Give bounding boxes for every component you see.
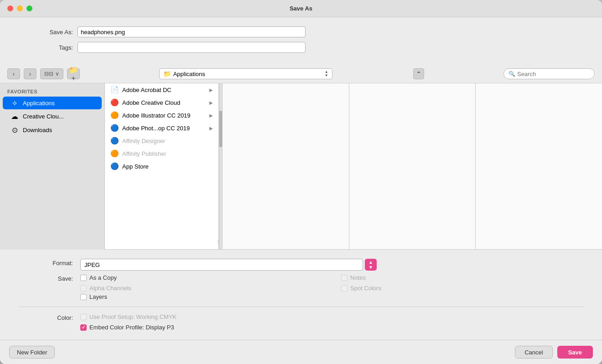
- affinity-designer-icon: 🔵: [110, 137, 119, 145]
- list-item[interactable]: 🔵 Adobe Phot...op CC 2019 ▶: [105, 122, 218, 134]
- file-name: Adobe Creative Cloud: [122, 99, 206, 106]
- spinner-down-icon: ▼: [368, 265, 373, 270]
- adobe-cc-icon: 🔴: [110, 98, 119, 107]
- search-icon: 🔍: [509, 71, 515, 77]
- downloads-icon: ⊙: [10, 126, 19, 134]
- alpha-channels-checkbox[interactable]: [80, 285, 87, 292]
- forward-button[interactable]: ›: [24, 68, 36, 79]
- spinner-up-icon: ▲: [368, 260, 373, 265]
- embed-color-profile-checkbox[interactable]: [80, 324, 87, 331]
- search-box[interactable]: 🔍: [503, 68, 595, 79]
- save-label: Save:: [18, 274, 73, 282]
- arrow-icon: ▶: [209, 126, 213, 131]
- location-spinner-icon: ▲ ▼: [325, 70, 328, 77]
- scroll-divider: ⋮⋮: [219, 83, 223, 249]
- view-icon: ⊟⊟: [44, 71, 53, 77]
- file-column-main: 📄 Adobe Acrobat DC ▶ 🔴 Adobe Creative Cl…: [105, 83, 219, 249]
- list-item[interactable]: 🔴 Adobe Creative Cloud ▶: [105, 96, 218, 109]
- format-label: Format:: [18, 259, 73, 267]
- as-a-copy-checkbox-item[interactable]: As a Copy: [80, 274, 323, 281]
- notes-checkbox-item[interactable]: Notes: [341, 274, 584, 281]
- layers-checkbox-item[interactable]: Layers: [80, 293, 584, 300]
- toolbar: ‹ › ⊟⊟ ∨ 📁+ 📁 Applications ▲ ▼ ⌃ 🔍: [0, 65, 602, 83]
- adobe-acrobat-icon: 📄: [110, 86, 119, 94]
- as-a-copy-label: As a Copy: [89, 274, 117, 281]
- as-a-copy-checkbox[interactable]: [80, 275, 87, 281]
- save-as-row: Save As:: [36, 26, 566, 37]
- alpha-channels-label: Alpha Channels: [89, 285, 131, 292]
- color-row: Color: Use Proof Setup: Working CMYK Emb…: [0, 312, 602, 333]
- checkboxes-grid: As a Copy Notes Alpha Channels: [80, 274, 584, 292]
- embed-color-profile-label: Embed Color Profile: Display P3: [89, 324, 174, 331]
- bottom-options: Format: JPEG ▲ ▼ Save: As a Copy: [0, 250, 602, 340]
- layers-label: Layers: [89, 293, 107, 300]
- file-column-empty-2: [349, 83, 476, 249]
- new-folder-button[interactable]: New Folder: [9, 346, 55, 359]
- app-store-icon: 🔵: [110, 162, 119, 170]
- applications-icon: ⟡: [10, 99, 19, 107]
- file-name: Adobe Phot...op CC 2019: [122, 125, 206, 132]
- save-button[interactable]: Save: [557, 346, 593, 359]
- list-item[interactable]: 🟠 Adobe Illustrator CC 2019 ▶: [105, 109, 218, 122]
- format-row: Format: JPEG ▲ ▼: [0, 257, 602, 272]
- tags-row: Tags:: [36, 42, 566, 53]
- scroll-thumb[interactable]: [219, 111, 222, 147]
- close-button[interactable]: [7, 5, 13, 11]
- search-input[interactable]: [517, 71, 590, 77]
- list-item[interactable]: 🔵 App Store: [105, 160, 218, 173]
- alpha-channels-checkbox-item[interactable]: Alpha Channels: [80, 285, 323, 292]
- list-item[interactable]: 🟠 Affinity Publisher: [105, 147, 218, 160]
- minimize-button[interactable]: [17, 5, 23, 11]
- use-proof-setup-checkbox[interactable]: [80, 314, 87, 320]
- affinity-publisher-icon: 🟠: [110, 149, 119, 158]
- maximize-button[interactable]: [26, 5, 32, 11]
- sidebar: Favorites ⟡ Applications ☁ Creative Clou…: [0, 83, 105, 250]
- arrow-icon: ▶: [209, 100, 213, 105]
- sidebar-item-creative-cloud[interactable]: ☁ Creative Clou...: [3, 110, 102, 123]
- separator: [18, 307, 584, 307]
- save-as-input[interactable]: [78, 26, 306, 37]
- new-folder-toolbar-button[interactable]: 📁+: [67, 68, 80, 79]
- notes-checkbox[interactable]: [341, 275, 348, 281]
- save-as-dialog: Save As Save As: Tags: ‹ › ⊟⊟ ∨ 📁+ 📁 App…: [0, 0, 602, 364]
- back-button[interactable]: ‹: [7, 68, 20, 79]
- save-options-row: Save: As a Copy Notes: [0, 272, 602, 302]
- file-name: Affinity Designer: [122, 138, 213, 144]
- tags-input[interactable]: [78, 42, 306, 53]
- list-item[interactable]: 📄 Adobe Acrobat DC ▶: [105, 83, 218, 96]
- embed-color-profile-checkbox-item[interactable]: Embed Color Profile: Display P3: [80, 324, 584, 331]
- format-select-wrapper: JPEG ▲ ▼: [80, 259, 584, 271]
- cancel-button[interactable]: Cancel: [515, 346, 552, 359]
- list-item[interactable]: 🔵 Affinity Designer: [105, 134, 218, 147]
- file-name: Adobe Illustrator CC 2019: [122, 112, 206, 119]
- location-folder-icon: 📁: [163, 70, 171, 77]
- adobe-ps-icon: 🔵: [110, 124, 119, 132]
- expand-button[interactable]: ⌃: [413, 68, 424, 79]
- chevron-up-icon: ⌃: [416, 71, 421, 77]
- adobe-ai-icon: 🟠: [110, 111, 119, 119]
- top-form: Save As: Tags:: [0, 17, 602, 65]
- location-dropdown[interactable]: 📁 Applications ▲ ▼: [159, 68, 332, 79]
- spot-colors-checkbox-item[interactable]: Spot Colors: [341, 285, 584, 292]
- footer-right: Cancel Save: [515, 346, 593, 359]
- location-name: Applications: [173, 71, 323, 77]
- format-spinner[interactable]: ▲ ▼: [365, 259, 377, 271]
- color-options: Use Proof Setup: Working CMYK Embed Colo…: [80, 313, 584, 331]
- file-name: Adobe Acrobat DC: [122, 87, 206, 93]
- tags-label: Tags:: [36, 44, 73, 51]
- sidebar-section-label: Favorites: [0, 87, 104, 96]
- sidebar-item-applications-label: Applications: [23, 100, 55, 107]
- save-checkboxes: As a Copy Notes Alpha Channels: [80, 274, 584, 300]
- sidebar-item-downloads[interactable]: ⊙ Downloads: [3, 123, 102, 137]
- spot-colors-checkbox[interactable]: [341, 285, 348, 292]
- use-proof-setup-checkbox-item[interactable]: Use Proof Setup: Working CMYK: [80, 313, 584, 320]
- save-as-label: Save As:: [36, 29, 73, 36]
- sidebar-item-applications[interactable]: ⟡ Applications: [3, 97, 102, 109]
- chevron-down-icon: ∨: [55, 71, 59, 77]
- file-name: App Store: [122, 163, 213, 170]
- format-select[interactable]: JPEG: [80, 259, 363, 271]
- layers-checkbox[interactable]: [80, 294, 87, 300]
- color-label: Color:: [18, 313, 73, 321]
- view-button[interactable]: ⊟⊟ ∨: [40, 68, 63, 79]
- sidebar-item-downloads-label: Downloads: [23, 127, 52, 133]
